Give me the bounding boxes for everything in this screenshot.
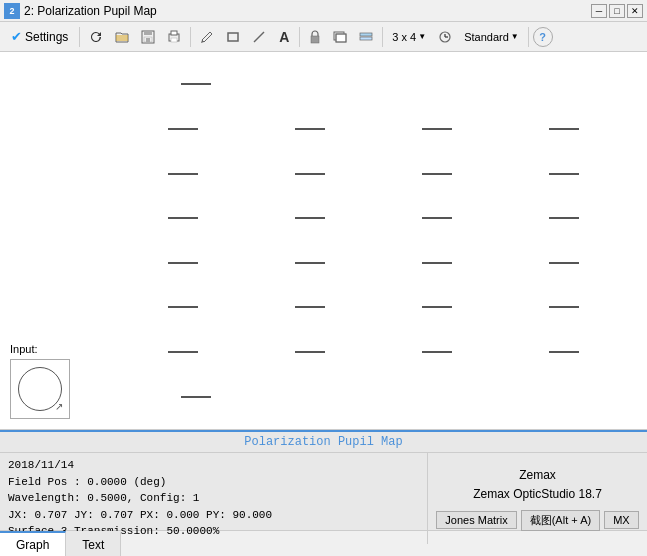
input-section: Input: ↗ bbox=[10, 343, 70, 419]
info-brand: Zemax Zemax OpticStudio 18.7 bbox=[473, 466, 602, 504]
refresh-icon bbox=[89, 30, 103, 44]
pol-line bbox=[549, 351, 579, 353]
pol-line bbox=[168, 306, 198, 308]
standard-label: Standard bbox=[464, 31, 509, 43]
pol-line bbox=[422, 306, 452, 308]
line-icon bbox=[252, 30, 266, 44]
toolbar-sep-1 bbox=[79, 27, 80, 47]
save-button[interactable] bbox=[136, 25, 160, 49]
layers-button[interactable] bbox=[354, 25, 378, 49]
info-brand-line1: Zemax bbox=[473, 466, 602, 485]
grid-dropdown[interactable]: 3 x 4 ▼ bbox=[387, 25, 431, 49]
rect-button[interactable] bbox=[221, 25, 245, 49]
svg-rect-7 bbox=[228, 33, 238, 41]
info-title: Polarization Pupil Map bbox=[0, 432, 647, 453]
refresh-button[interactable] bbox=[84, 25, 108, 49]
svg-line-8 bbox=[254, 32, 264, 42]
main-graph-area: Input: ↗ bbox=[0, 52, 647, 430]
print-button[interactable] bbox=[162, 25, 186, 49]
pol-line bbox=[295, 173, 325, 175]
layers-icon bbox=[359, 30, 373, 44]
info-left: 2018/11/14 Field Pos : 0.0000 (deg) Wave… bbox=[0, 453, 427, 544]
animation-button[interactable] bbox=[433, 25, 457, 49]
text-button[interactable]: A bbox=[273, 25, 295, 49]
settings-button[interactable]: ✔ Settings bbox=[4, 25, 75, 49]
pol-row-4 bbox=[120, 217, 627, 219]
pol-line bbox=[422, 217, 452, 219]
pol-line bbox=[549, 217, 579, 219]
copy-image-button[interactable] bbox=[328, 25, 352, 49]
input-circle: ↗ bbox=[18, 367, 62, 411]
pol-line bbox=[422, 262, 452, 264]
input-label: Input: bbox=[10, 343, 38, 355]
pol-line bbox=[181, 83, 211, 85]
standard-arrow-icon: ▼ bbox=[511, 32, 519, 41]
info-field-pos: Field Pos : 0.0000 (deg) bbox=[8, 474, 419, 491]
window-icon: 2 bbox=[4, 3, 20, 19]
pol-row-7 bbox=[120, 351, 627, 353]
pol-row-6 bbox=[120, 306, 627, 308]
line-button[interactable] bbox=[247, 25, 271, 49]
pencil-icon bbox=[200, 30, 214, 44]
toolbar-sep-2 bbox=[190, 27, 191, 47]
info-right-buttons: Jones Matrix 截图(Alt + A) MX bbox=[436, 510, 638, 531]
pol-row-5 bbox=[120, 262, 627, 264]
toolbar: ✔ Settings bbox=[0, 22, 647, 52]
polarization-grid bbox=[100, 52, 647, 429]
pol-line bbox=[295, 128, 325, 130]
svg-rect-11 bbox=[336, 34, 346, 42]
circle-arrow-icon: ↗ bbox=[55, 401, 63, 412]
mx-button[interactable]: MX bbox=[604, 511, 639, 529]
svg-rect-13 bbox=[360, 33, 372, 36]
lock-icon bbox=[309, 30, 321, 44]
pol-line bbox=[422, 128, 452, 130]
svg-rect-1 bbox=[144, 31, 152, 35]
jones-matrix-button[interactable]: Jones Matrix bbox=[436, 511, 516, 529]
pol-line bbox=[295, 306, 325, 308]
settings-check-icon: ✔ bbox=[11, 29, 22, 44]
graph-canvas: Input: ↗ bbox=[0, 52, 647, 429]
tab-graph[interactable]: Graph bbox=[0, 531, 66, 556]
info-jx: JX: 0.707 JY: 0.707 PX: 0.000 PY: 90.000 bbox=[8, 507, 419, 524]
open-button[interactable] bbox=[110, 25, 134, 49]
help-icon: ? bbox=[539, 31, 546, 43]
toolbar-sep-5 bbox=[528, 27, 529, 47]
svg-rect-6 bbox=[171, 38, 177, 42]
tab-text[interactable]: Text bbox=[66, 531, 121, 556]
pol-line bbox=[422, 173, 452, 175]
toolbar-sep-3 bbox=[299, 27, 300, 47]
window-title: 2: Polarization Pupil Map bbox=[24, 4, 157, 18]
pencil-button[interactable] bbox=[195, 25, 219, 49]
close-button[interactable]: ✕ bbox=[627, 4, 643, 18]
pol-row-2 bbox=[120, 128, 627, 130]
title-bar-controls: ─ □ ✕ bbox=[591, 4, 643, 18]
pol-line bbox=[168, 173, 198, 175]
pol-line bbox=[549, 173, 579, 175]
toolbar-sep-4 bbox=[382, 27, 383, 47]
settings-label: Settings bbox=[25, 30, 68, 44]
standard-dropdown[interactable]: Standard ▼ bbox=[459, 25, 524, 49]
pol-line bbox=[549, 262, 579, 264]
title-bar-left: 2 2: Polarization Pupil Map bbox=[4, 3, 157, 19]
rect-icon bbox=[226, 30, 240, 44]
pol-line bbox=[168, 217, 198, 219]
tab-graph-label: Graph bbox=[16, 538, 49, 552]
animation-icon bbox=[438, 30, 452, 44]
screenshot-button[interactable]: 截图(Alt + A) bbox=[521, 510, 600, 531]
info-wavelength: Wavelength: 0.5000, Config: 1 bbox=[8, 490, 419, 507]
pol-line bbox=[549, 128, 579, 130]
pol-line bbox=[295, 351, 325, 353]
minimize-button[interactable]: ─ bbox=[591, 4, 607, 18]
info-right: Zemax Zemax OpticStudio 18.7 Jones Matri… bbox=[427, 453, 647, 544]
input-circle-box: ↗ bbox=[10, 359, 70, 419]
help-button[interactable]: ? bbox=[533, 27, 553, 47]
info-brand-line2: Zemax OpticStudio 18.7 bbox=[473, 485, 602, 504]
image-icon bbox=[333, 30, 347, 44]
pol-line bbox=[295, 217, 325, 219]
title-bar: 2 2: Polarization Pupil Map ─ □ ✕ bbox=[0, 0, 647, 22]
pol-line bbox=[168, 351, 198, 353]
pol-line bbox=[422, 351, 452, 353]
maximize-button[interactable]: □ bbox=[609, 4, 625, 18]
lock-button[interactable] bbox=[304, 25, 326, 49]
pol-row-8 bbox=[120, 396, 627, 398]
